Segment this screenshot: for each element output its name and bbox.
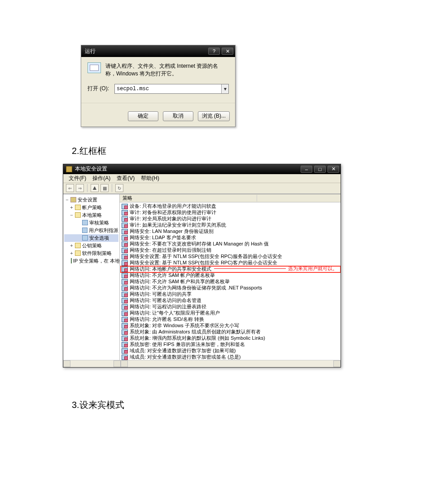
policy-row[interactable]: 网络访问: 让"每个人"权限应用于匿名用户 [121, 310, 341, 316]
policy-row[interactable]: 网络安全设置: 基于 NTLM SSP(包括安全 RPC)服务器的最小会话安全 [121, 254, 341, 260]
policy-row[interactable]: 系统对象: 对非 Windows 子系统不要求区分大小写 [121, 323, 341, 329]
menu-action[interactable]: 操作(A) [90, 174, 113, 183]
policy-label: 审计: 对全局系统对象的访问进行审计 [130, 215, 211, 222]
policy-label: 网络访问: 可远程访问的注册表路径 [130, 303, 206, 310]
policy-label: 网络访问: 可匿名访问的共享 [130, 291, 192, 298]
cancel-button[interactable]: 取消 [163, 111, 193, 121]
list-scroll-left[interactable] [121, 360, 128, 367]
back-button[interactable]: ⇐ [66, 184, 74, 192]
policy-label: 审计: 对备份和还原权限的使用进行审计 [130, 209, 216, 216]
menu-view[interactable]: 查看(V) [114, 174, 137, 183]
list-scroll-right[interactable] [333, 360, 341, 367]
tree-root-label: 安全设置 [78, 197, 97, 203]
step3-label: 3.设来宾模式 [72, 399, 424, 411]
run-icon [87, 62, 101, 73]
col-policy[interactable]: 策略 [122, 195, 257, 202]
open-input[interactable] [115, 84, 221, 93]
policy-row[interactable]: 网络安全: 不要在下次更改密码时存储 LAN Manager 的 Hash 值 [121, 241, 341, 247]
policy-row[interactable]: 网络访问: 本地帐户的共享和安全模式 [121, 266, 341, 272]
policy-icon [122, 235, 128, 241]
policy-icon [122, 298, 128, 303]
policy-label: 域成员: 对安全通道数据进行数字加密或签名 (总是) [130, 354, 241, 360]
tree-label: 公钥策略 [82, 242, 102, 249]
tree-scroll-left[interactable] [63, 360, 70, 367]
open-dropdown-button[interactable]: ▾ [221, 84, 228, 93]
secpol-window: 本地安全设置 – □ ✕ 文件(F) 操作(A) 查看(V) 帮助(H) ⇐ ⇒… [63, 164, 341, 368]
policy-icon [122, 229, 128, 234]
tree-audit-policy[interactable]: 审核策略 [64, 219, 118, 227]
policy-row[interactable]: 网络访问: 不允许 SAM 帐户的匿名枚举 [121, 272, 341, 279]
policy-icon [122, 273, 128, 278]
tree-account-policies[interactable]: + 帐户策略 [64, 204, 118, 211]
policy-label: 网络访问: 不允许为网络身份验证储存凭据或 .NET Passports [130, 285, 262, 291]
policy-label: 系统对象: 增强内部系统对象的默认权限 (例如 Symbolic Links) [130, 335, 265, 342]
step2-label: 2.红框框 [72, 145, 424, 157]
policy-row[interactable]: 系统加密: 使用 FIPS 兼容的算法来加密，散列和签名 [121, 342, 341, 348]
tree-public-key[interactable]: + 公钥策略 [64, 242, 118, 250]
policy-row[interactable]: 网络安全: 在超过登录时间后强制注销 [121, 247, 341, 254]
policy-row[interactable]: 网络安全: LDAP 客户签名要求 [121, 235, 341, 241]
tree-scroll-right[interactable] [114, 360, 121, 367]
tree-software-restriction[interactable]: + 软件限制策略 [64, 250, 118, 257]
tree-user-rights[interactable]: 用户权利指派 [64, 227, 118, 234]
open-label: 打开 (O): [87, 85, 111, 92]
tree-root[interactable]: − 安全设置 [64, 196, 118, 204]
refresh-button[interactable]: ↻ [115, 184, 123, 192]
tree-ip-security[interactable]: IP 安全策略，在 本地计 [64, 257, 118, 265]
policy-row[interactable]: 网络访问: 可匿名访问的共享 [121, 291, 341, 298]
tree-label: 安全选项 [89, 235, 109, 241]
policy-row[interactable]: 网络访问: 不允许 SAM 帐户和共享的匿名枚举 [121, 279, 341, 285]
policy-row[interactable]: 审计: 对全局系统对象的访问进行审计 [121, 216, 341, 222]
tree-local-policies[interactable]: − 本地策略 [64, 211, 118, 219]
list-header[interactable]: 策略 [120, 194, 341, 202]
policy-row[interactable]: 域成员: 对安全通道数据进行数字加密 (如果可能) [121, 348, 341, 354]
policy-row[interactable]: 审计: 如果无法纪录安全审计则立即关闭系统 [121, 222, 341, 228]
policy-row[interactable]: 网络安全: LAN Manager 身份验证级别 [121, 228, 341, 235]
policy-row[interactable]: 网络访问: 可匿名访问的命名管道 [121, 298, 341, 304]
open-combobox[interactable]: ▾ [114, 84, 229, 94]
policy-row[interactable]: 网络访问: 允许匿名 SID/名称 转换 [121, 316, 341, 323]
policy-label: 网络安全: LAN Manager 身份验证级别 [130, 228, 214, 235]
policy-row[interactable]: 系统对象: 由 Administrators 组成员所创建的对象默认所有者 [121, 329, 341, 335]
properties-button[interactable]: ▦ [101, 184, 109, 192]
policy-label: 网络访问: 允许匿名 SID/名称 转换 [130, 316, 204, 323]
policy-row[interactable]: 网络访问: 可远程访问的注册表路径 [121, 304, 341, 310]
policy-icon [122, 329, 128, 335]
policy-row[interactable]: 域成员: 对安全通道数据进行数字加密或签名 (总是) [121, 354, 341, 360]
close-button[interactable]: ✕ [222, 48, 233, 55]
policy-icon [122, 267, 128, 272]
tree-scroll-track[interactable] [70, 360, 114, 367]
policy-row[interactable]: 审计: 对备份和还原权限的使用进行审计 [121, 210, 341, 216]
menu-help[interactable]: 帮助(H) [138, 174, 162, 183]
up-button[interactable]: ⯅ [91, 184, 99, 192]
list-scroll-track[interactable] [128, 360, 333, 367]
run-dialog: 运行 ? ✕ 请键入程序、文件夹、文档或 Internet 资源的名称，Wind… [81, 45, 236, 127]
policy-icon [122, 260, 128, 266]
minimize-button[interactable]: – [301, 166, 312, 173]
tree-security-options[interactable]: 安全选项 [64, 234, 118, 242]
policy-row[interactable]: 网络安全设置: 基于 NTLM SSP(包括安全 RPC)客户的最小会话安全 [121, 260, 341, 266]
policy-label: 审计: 如果无法纪录安全审计则立即关闭系统 [130, 222, 226, 228]
policy-label: 系统对象: 由 Administrators 组成员所创建的对象默认所有者 [130, 329, 261, 335]
close-button[interactable]: ✕ [328, 166, 339, 173]
policy-label: 网络访问: 让"每个人"权限应用于匿名用户 [130, 310, 220, 316]
tree-label: 审核策略 [89, 219, 109, 226]
policy-row[interactable]: 网络访问: 不允许为网络身份验证储存凭据或 .NET Passports [121, 285, 341, 291]
menu-file[interactable]: 文件(F) [66, 174, 89, 183]
forward-button[interactable]: ⇒ [76, 184, 84, 192]
help-button[interactable]: ? [208, 48, 220, 55]
tree-label: 用户权利指派 [89, 227, 118, 234]
policy-icon [122, 292, 128, 297]
policy-icon [122, 248, 128, 253]
tree-pane[interactable]: − 安全设置 + 帐户策略 − 本地策略 审核策略 用户权利指派 [63, 194, 120, 360]
policy-label: 网络访问: 可匿名访问的命名管道 [130, 297, 201, 304]
tree-label: 软件限制策略 [82, 250, 112, 257]
policy-row[interactable]: 系统对象: 增强内部系统对象的默认权限 (例如 Symbolic Links) [121, 335, 341, 342]
policy-label: 网络安全设置: 基于 NTLM SSP(包括安全 RPC)客户的最小会话安全 [130, 259, 277, 266]
ok-button[interactable]: 确定 [128, 111, 158, 121]
browse-button[interactable]: 浏览 (B)... [198, 111, 230, 121]
policy-icon [122, 348, 128, 354]
maximize-button[interactable]: □ [314, 166, 326, 173]
policy-list-pane[interactable]: 策略 设备: 只有本地登录的用户才能访问软盘审计: 对备份和还原权限的使用进行审… [120, 194, 341, 360]
policy-row[interactable]: 设备: 只有本地登录的用户才能访问软盘 [121, 203, 341, 210]
